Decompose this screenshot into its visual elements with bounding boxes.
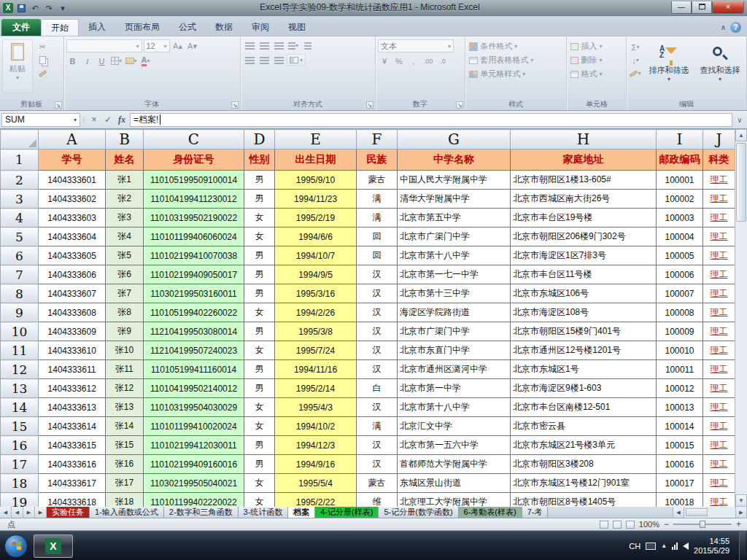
- cell-G18[interactable]: 东城区景山街道: [398, 474, 511, 493]
- cell-D11[interactable]: 女: [244, 341, 275, 360]
- cell-H12[interactable]: 北京市东城区1号: [511, 360, 657, 379]
- cell-B4[interactable]: 张3: [106, 209, 144, 228]
- increase-decimal-button[interactable]: .00: [422, 55, 435, 67]
- shrink-font-button[interactable]: A▾: [186, 40, 199, 52]
- conditional-formatting-button[interactable]: 条件格式▾: [468, 39, 564, 53]
- cell-A8[interactable]: 1404333607: [39, 284, 106, 303]
- clock[interactable]: 14:55 2015/5/29: [694, 537, 734, 556]
- cell-D8[interactable]: 男: [244, 284, 275, 303]
- cell-F5[interactable]: 回: [357, 228, 398, 246]
- align-top-button[interactable]: [243, 39, 256, 52]
- cell-C19[interactable]: 110101199402220022: [144, 493, 244, 508]
- cell-G1[interactable]: 中学名称: [398, 149, 511, 171]
- align-center-button[interactable]: [258, 54, 271, 66]
- sheet-tab-1[interactable]: 1-输入函数或公式: [90, 507, 164, 518]
- paste-button[interactable]: 粘贴 ▾: [2, 39, 33, 93]
- cell-E1[interactable]: 出生日期: [275, 149, 357, 171]
- cell-G15[interactable]: 北京汇文中学: [398, 417, 511, 436]
- cell-H7[interactable]: 北京市丰台区11号楼: [511, 265, 657, 284]
- row-header-7[interactable]: 7: [1, 265, 39, 284]
- cell-F17[interactable]: 汉: [357, 455, 398, 474]
- cell-G16[interactable]: 北京市第一五六中学: [398, 436, 511, 455]
- cell-H19[interactable]: 北京市朝阳区8号楼1405号: [511, 493, 657, 508]
- sheet-tab-7[interactable]: 6-考勤表(样表): [459, 507, 522, 518]
- cell-A17[interactable]: 1404333616: [39, 455, 106, 474]
- cell-E8[interactable]: 1995/3/16: [275, 284, 357, 303]
- cell-G19[interactable]: 北京理工大学附属中学: [398, 493, 511, 508]
- network-icon[interactable]: [672, 542, 678, 550]
- maximize-button[interactable]: [692, 1, 712, 14]
- cell-A18[interactable]: 1404333617: [39, 474, 106, 493]
- cell-I18[interactable]: 100017: [657, 474, 703, 493]
- align-bottom-button[interactable]: [272, 39, 285, 52]
- hscroll-track[interactable]: [684, 507, 735, 518]
- font-dialog-launcher[interactable]: ↘: [231, 101, 239, 109]
- find-select-button[interactable]: 查找和选择 ▾: [696, 39, 744, 93]
- decrease-decimal-button[interactable]: .0: [436, 55, 449, 67]
- help-button[interactable]: ?: [730, 22, 741, 33]
- percent-format-button[interactable]: %: [392, 55, 406, 67]
- cell-E4[interactable]: 1995/2/19: [275, 209, 357, 228]
- cell-A1[interactable]: 学号: [39, 149, 106, 171]
- start-button[interactable]: [4, 534, 28, 558]
- cell-I2[interactable]: 100001: [657, 171, 703, 190]
- last-sheet-button[interactable]: ▶: [35, 507, 47, 518]
- cell-F6[interactable]: 回: [357, 246, 398, 265]
- cell-H5[interactable]: 北京市朝阳区206楼9门302号: [511, 228, 657, 246]
- horizontal-scroll-thumb[interactable]: [686, 508, 708, 516]
- cell-A15[interactable]: 1404333614: [39, 417, 106, 436]
- row-header-12[interactable]: 12: [1, 360, 39, 379]
- cell-J11[interactable]: 理工: [703, 341, 735, 360]
- cell-F19[interactable]: 维: [357, 493, 398, 508]
- cell-F7[interactable]: 汉: [357, 265, 398, 284]
- cell-J3[interactable]: 理工: [703, 190, 735, 209]
- column-header-J[interactable]: J: [703, 130, 735, 149]
- sheet-tab-5[interactable]: 4-记分册(样表): [315, 507, 379, 518]
- cell-J12[interactable]: 理工: [703, 360, 735, 379]
- expand-formula-bar-button[interactable]: ∨: [734, 116, 746, 124]
- cell-B18[interactable]: 张17: [106, 474, 144, 493]
- row-header-13[interactable]: 13: [1, 379, 39, 398]
- fill-button[interactable]: ↓▾: [629, 54, 642, 66]
- cell-B6[interactable]: 张5: [106, 246, 144, 265]
- row-header-3[interactable]: 3: [1, 190, 39, 209]
- cell-C1[interactable]: 身份证号: [144, 149, 244, 171]
- cell-G11[interactable]: 北京市东直门中学: [398, 341, 511, 360]
- cell-E3[interactable]: 1994/11/23: [275, 190, 357, 209]
- cell-C7[interactable]: 110102199409050017: [144, 265, 244, 284]
- cell-C15[interactable]: 110101199410020024: [144, 417, 244, 436]
- underline-button[interactable]: U: [96, 55, 109, 67]
- format-as-table-button[interactable]: 套用表格格式▾: [468, 53, 564, 67]
- cell-D17[interactable]: 男: [244, 455, 275, 474]
- autosum-button[interactable]: Σ▾: [629, 41, 642, 53]
- page-layout-view-button[interactable]: [613, 521, 622, 529]
- cell-H10[interactable]: 北京市朝阳区15楼9门401号: [511, 322, 657, 341]
- horizontal-scrollbar[interactable]: ◀ ▶: [673, 507, 747, 518]
- cell-B7[interactable]: 张6: [106, 265, 144, 284]
- cell-F13[interactable]: 白: [357, 379, 398, 398]
- cell-H4[interactable]: 北京市丰台区19号楼: [511, 209, 657, 228]
- cell-D4[interactable]: 女: [244, 209, 275, 228]
- minimize-button[interactable]: —: [671, 1, 692, 14]
- next-sheet-button[interactable]: ▶: [23, 507, 35, 518]
- cell-B5[interactable]: 张4: [106, 228, 144, 246]
- cell-E10[interactable]: 1995/3/8: [275, 322, 357, 341]
- cell-G13[interactable]: 北京市第一中学: [398, 379, 511, 398]
- cell-E5[interactable]: 1994/6/6: [275, 228, 357, 246]
- delete-cells-button[interactable]: 删除▾: [569, 53, 624, 67]
- insert-cells-button[interactable]: 插入▾: [569, 39, 624, 53]
- comma-format-button[interactable]: ,: [407, 55, 420, 67]
- excel-app-icon[interactable]: [3, 3, 13, 13]
- sheet-tab-8[interactable]: 7-考: [522, 507, 549, 518]
- format-painter-button[interactable]: [36, 67, 49, 79]
- zoom-slider[interactable]: [673, 524, 732, 525]
- cell-E15[interactable]: 1994/10/2: [275, 417, 357, 436]
- orientation-button[interactable]: ▾: [287, 39, 300, 52]
- cell-B8[interactable]: 张7: [106, 284, 144, 303]
- ribbon-tab-5[interactable]: 审阅: [242, 19, 279, 36]
- cell-J13[interactable]: 理工: [703, 379, 735, 398]
- cell-G7[interactable]: 北京市第一七一中学: [398, 265, 511, 284]
- cell-H3[interactable]: 北京市西城区南大街26号: [511, 190, 657, 209]
- cell-A14[interactable]: 1404333613: [39, 398, 106, 417]
- row-header-5[interactable]: 5: [1, 228, 39, 246]
